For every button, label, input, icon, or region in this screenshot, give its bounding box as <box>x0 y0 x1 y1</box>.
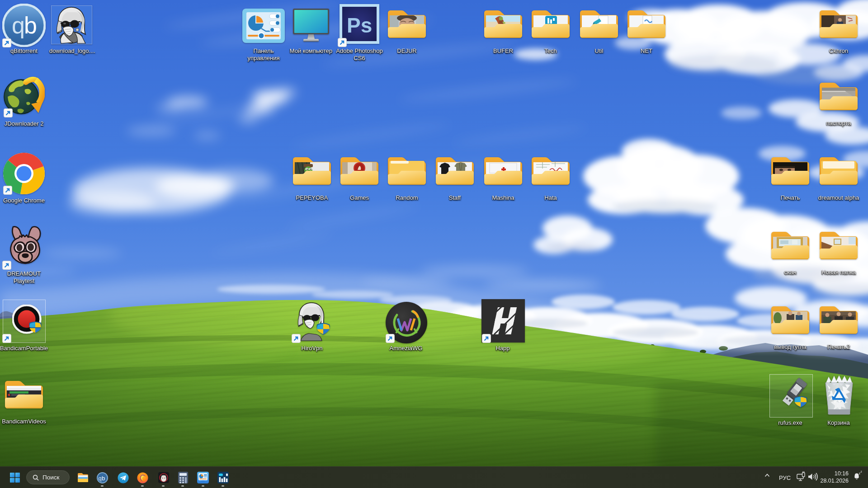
svg-text:q: q <box>99 474 102 481</box>
svg-text:28.01.2026: 28.01.2026 <box>820 478 849 484</box>
svg-text:q: q <box>12 12 25 38</box>
svg-text:z: z <box>861 470 862 473</box>
svg-text:b: b <box>24 12 37 38</box>
svg-text:b: b <box>102 474 105 481</box>
svg-text:10:16: 10:16 <box>835 470 849 477</box>
svg-text:Ps: Ps <box>347 14 372 37</box>
svg-text:РУС: РУС <box>779 474 791 481</box>
